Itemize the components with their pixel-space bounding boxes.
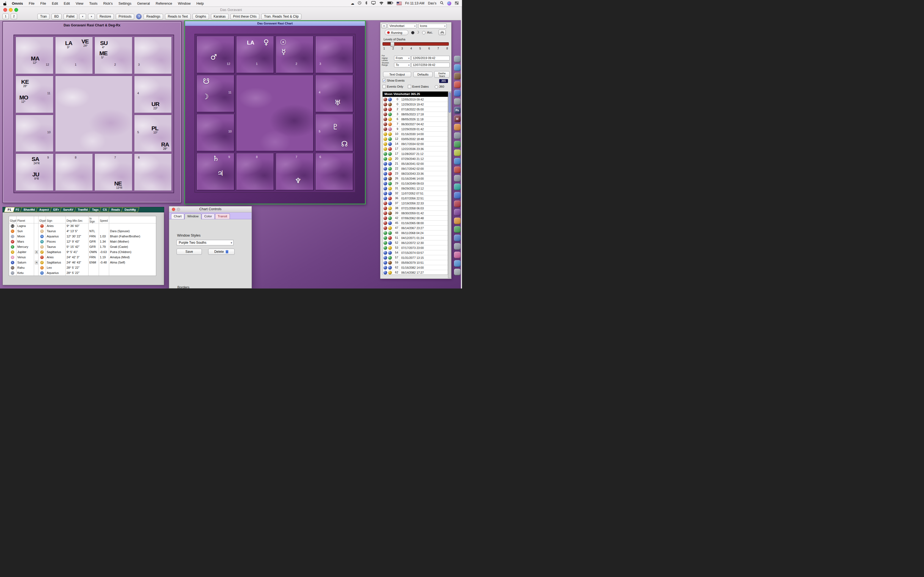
dock-item-25[interactable]	[454, 269, 460, 275]
days-365-value[interactable]: 365	[439, 79, 448, 83]
icloud-icon[interactable]: ☁	[351, 2, 354, 5]
planet-name-cell[interactable]: Mercury	[16, 244, 34, 250]
dock-item-10[interactable]	[454, 141, 460, 148]
dasha-levels-slider[interactable]	[383, 42, 449, 46]
menu-reference-10[interactable]: Reference	[156, 2, 172, 5]
planet-glyph-cell[interactable]: ♃	[9, 250, 16, 255]
dock-item-15[interactable]	[454, 184, 460, 190]
dock-item-11[interactable]	[454, 150, 460, 156]
menu-file-2[interactable]: File	[40, 2, 46, 5]
dock-item-16[interactable]	[454, 192, 460, 199]
dasha-row[interactable]: 3807/21/2058 06:03	[383, 206, 448, 211]
planet-name-cell[interactable]: Lagna	[16, 223, 34, 229]
reads-to-text-button[interactable]: Reads to Text	[165, 14, 191, 19]
page-2-button[interactable]: 2	[11, 14, 17, 19]
menu-general-9[interactable]: General	[137, 2, 150, 5]
dasha-row[interactable]: 608/05/2026 11:18	[383, 117, 448, 122]
dasha-flip-button[interactable]: ▼	[381, 24, 387, 28]
from-select[interactable]: From▾	[394, 56, 410, 60]
running-button[interactable]: Running	[385, 30, 409, 35]
from-date-field[interactable]: 12/05/2019 09:42	[411, 56, 450, 60]
planet-name-cell[interactable]: Sun	[16, 229, 34, 234]
dock-item-13[interactable]	[454, 166, 460, 173]
dasha-row[interactable]: 4806/11/2068 04:24	[383, 230, 448, 235]
dasha-row[interactable]: 1409/17/2034 02:00	[383, 142, 448, 147]
dock-item-17[interactable]	[454, 201, 460, 207]
show-events-checkbox[interactable]: ✓Show Events	[383, 79, 404, 82]
dock-item-18[interactable]	[454, 209, 460, 216]
to-select[interactable]: To▾	[394, 63, 410, 67]
dasha-row[interactable]: 1712/22/2036 23:36	[383, 147, 448, 152]
menu-file-1[interactable]: File	[29, 2, 34, 5]
planet-glyph-cell[interactable]: La	[9, 223, 16, 229]
slider-handle[interactable]	[391, 42, 394, 47]
menu-window-11[interactable]: Window	[178, 2, 191, 5]
to-date-field[interactable]: 12/07/2259 09:42	[411, 63, 450, 67]
dock-item-3[interactable]	[454, 81, 460, 88]
dock-item-2[interactable]	[454, 73, 460, 79]
apple-menu-icon[interactable]	[3, 2, 7, 5]
defaults-button[interactable]: Defaults	[414, 72, 433, 77]
dock-item-22[interactable]	[454, 243, 460, 250]
dasha-row[interactable]: 012/05/2019 09:42	[383, 97, 448, 102]
print-dasha-button[interactable]	[439, 30, 446, 35]
menu-omnis-0[interactable]: Omnis	[12, 2, 23, 5]
dasha-row[interactable]: 3211/07/2052 07:51	[383, 191, 448, 196]
planet-glyph-cell[interactable]: ♀	[9, 255, 16, 260]
dock-item-0[interactable]	[454, 56, 460, 62]
scrollbar-thumb[interactable]	[449, 92, 451, 113]
restore-button[interactable]: Restore	[97, 14, 114, 19]
page-1-button[interactable]: 1	[2, 14, 9, 19]
dasha-row[interactable]: 2209/17/2042 02:00	[383, 166, 448, 171]
dasha-row[interactable]: 207/18/2022 05:00	[383, 107, 448, 112]
dock-item-4[interactable]	[454, 90, 460, 97]
planet-glyph-cell[interactable]: ☊	[9, 265, 16, 270]
minimize-button[interactable]	[177, 208, 180, 211]
menu-edit-4[interactable]: Edit	[64, 2, 70, 5]
dasha-row[interactable]: 2901/19/2049 09:03	[383, 181, 448, 186]
tab-bhavmd[interactable]: BhavMd	[20, 207, 38, 212]
tab-dashmg[interactable]: DashMg	[121, 207, 139, 212]
planet-glyph-cell[interactable]: ☋	[9, 270, 16, 276]
dasha-row[interactable]: 5905/09/2079 10:51	[383, 260, 448, 265]
siri-icon[interactable]	[447, 2, 451, 5]
asc-radio[interactable]	[422, 31, 425, 34]
save-button[interactable]: Save	[176, 249, 202, 255]
planet-name-cell[interactable]: Jupiter	[16, 250, 34, 255]
display-icon[interactable]	[371, 1, 376, 5]
user-menu[interactable]: Das's	[428, 2, 436, 5]
dock-item-8[interactable]	[454, 124, 460, 131]
chart-controls-tab-window[interactable]: Window	[184, 213, 201, 219]
dasha-row[interactable]: 4706/14/2067 23:27	[383, 226, 448, 230]
dasha-row[interactable]: 308/05/2023 17:18	[383, 112, 448, 117]
dock-item-19[interactable]	[454, 218, 460, 224]
dasha-row[interactable]: 5206/12/2072 12:30	[383, 240, 448, 245]
planet-glyph-cell[interactable]: ☉	[9, 229, 16, 234]
dasha-row[interactable]: 3712/19/2056 22:33	[383, 201, 448, 206]
chart-controls-tab-chart[interactable]: Chart	[171, 213, 184, 219]
event-dates-checkbox[interactable]: Event Dates	[408, 85, 429, 88]
tab-p1[interactable]: P1	[4, 207, 15, 212]
printouts-button[interactable]: Printouts	[116, 14, 134, 19]
delete-button[interactable]: Delete	[208, 249, 234, 255]
control-center-icon[interactable]	[455, 2, 459, 5]
dock-item-14[interactable]	[454, 175, 460, 182]
planet-name-cell[interactable]: Rahu	[16, 265, 34, 270]
menu-help-12[interactable]: Help	[196, 2, 204, 5]
dock-item-9[interactable]	[454, 132, 460, 139]
dasha-row[interactable]: 5307/17/2073 23:00	[383, 245, 448, 250]
close-button[interactable]	[172, 208, 175, 211]
tran-button[interactable]: Tran	[37, 14, 50, 19]
menu-tools-6[interactable]: Tools	[89, 2, 97, 5]
chart-controls-tab-transit[interactable]: Transit	[215, 213, 230, 219]
planet-glyph-cell[interactable]: ☿	[9, 244, 16, 250]
dock-item-6[interactable]: Ps	[454, 107, 460, 113]
dasha-row[interactable]: 4207/06/2062 00:48	[383, 216, 448, 221]
days-360-radio[interactable]	[435, 85, 438, 89]
bd-button[interactable]: BD	[52, 14, 61, 19]
chart-controls-tab-color[interactable]: Color	[202, 213, 215, 219]
dasha-years-button[interactable]: DashaYears	[434, 71, 450, 78]
bluetooth-icon[interactable]	[365, 1, 368, 5]
planet-name-cell[interactable]: Saturn	[16, 260, 34, 265]
print-these-charts-button[interactable]: Print these Chts	[231, 14, 259, 19]
